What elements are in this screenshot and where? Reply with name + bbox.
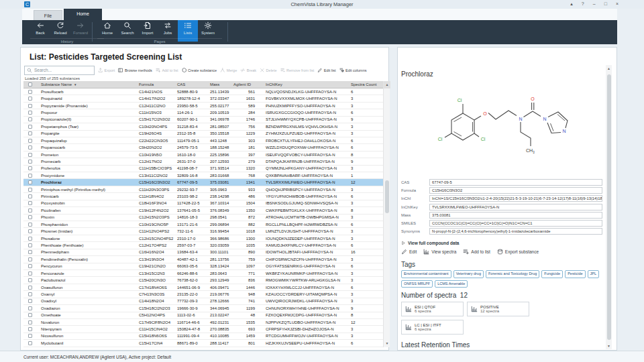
toolbar-button-delete[interactable]: Delete <box>260 68 276 73</box>
table-row[interactable]: Phenthoate (Fenthoate) C12H17O4PS2 2597-… <box>23 242 383 249</box>
search-input[interactable]: Search... <box>24 66 95 75</box>
scroll-down-arrow[interactable]: ▼ <box>384 340 390 347</box>
scroll-down-arrow[interactable]: ▼ <box>606 343 612 349</box>
toolbar-button-create[interactable]: Create substance <box>182 68 217 73</box>
table-row[interactable]: Picoxystrobin C18H16F3NO4 117428-22-5 36… <box>23 200 383 207</box>
table-row[interactable]: Penconazole C13H15Cl2N3 66246-88-6 283.0… <box>23 270 383 277</box>
nav-button-forward[interactable]: Forward <box>70 20 91 38</box>
toolbar-button-edit[interactable]: Edit list <box>317 68 335 73</box>
table-row[interactable]: Paclobutrazol C15H20ClN3O 76738-62-0 293… <box>23 277 383 284</box>
table-row[interactable]: Oxamyl C7H13N3O3S 23135-22-0 219.06776 9… <box>23 291 383 298</box>
row-checkbox[interactable] <box>28 117 32 121</box>
table-row[interactable]: Oxadiazon C15H18Cl2N2O3 19666-30-9 344.0… <box>23 305 383 312</box>
table-row[interactable]: Promecarb C12H17NO2 2631-37-0 207.12593 … <box>23 158 383 165</box>
table-row[interactable]: Propiconazole(II) C15H17Cl2N3O2 60207-90… <box>23 117 383 123</box>
tag-chip[interactable]: Forensic and Toxicology Drug <box>486 270 539 278</box>
column-header-substance-name[interactable]: Substance Name▼ <box>40 81 138 88</box>
row-checkbox[interactable] <box>28 166 32 170</box>
table-row[interactable]: Oxadixyl C14H18N2O4 77732-09-3 278.12666… <box>23 298 383 305</box>
row-checkbox[interactable] <box>28 237 32 241</box>
row-checkbox[interactable] <box>28 201 32 205</box>
row-checkbox[interactable] <box>28 125 32 129</box>
table-row[interactable]: Nicosulfuron C15H18N6O6S 111991-09-4 410… <box>23 333 383 340</box>
nav-button-search[interactable]: Search <box>117 20 138 38</box>
toolbar-button-merge[interactable]: Merge <box>220 68 237 73</box>
property-value-field[interactable]: TVLSRXXIMLFWEO-UHFFFAOYSA-N <box>429 204 602 210</box>
row-checkbox[interactable] <box>28 229 32 233</box>
tag-chip[interactable]: JPL <box>588 270 599 278</box>
window-control-button[interactable]: ? <box>582 1 584 7</box>
nav-button-home[interactable]: Home <box>97 20 117 38</box>
row-checkbox[interactable] <box>28 313 32 317</box>
row-checkbox[interactable] <box>28 250 32 254</box>
row-checkbox[interactable] <box>28 341 32 345</box>
row-checkbox[interactable] <box>28 153 32 157</box>
row-checkbox[interactable] <box>28 306 32 310</box>
row-checkbox[interactable] <box>28 208 32 213</box>
scrollbar-thumb[interactable] <box>385 180 389 213</box>
row-checkbox[interactable] <box>28 139 32 143</box>
toolbar-button-removelist[interactable]: Remove from list <box>280 68 315 73</box>
table-row[interactable]: Phenmedipham C16H16N2O4 13684-63-4 300.1… <box>23 249 383 256</box>
table-row[interactable]: Propargite C19H26O4S 2312-35-8 350.15518… <box>23 131 383 137</box>
row-checkbox[interactable] <box>28 104 32 108</box>
table-row[interactable]: Myclobutanil C15H17ClN4 88671-89-0 288.1… <box>23 340 383 347</box>
column-header-mass[interactable]: Mass <box>209 81 232 88</box>
table-row[interactable]: Propamocarb C9H20N2O2 24579-73-5 188.152… <box>23 144 383 151</box>
scroll-up-arrow[interactable]: ▲ <box>384 81 390 88</box>
row-checkbox[interactable] <box>28 223 32 227</box>
table-row[interactable]: Propaquizafop C22H22ClN3O5 111479-05-1 4… <box>23 137 383 144</box>
row-checkbox[interactable] <box>28 145 32 149</box>
row-checkbox[interactable] <box>28 292 32 296</box>
table-row[interactable]: Novaluron C17H9ClF8N2O4 116714-46-6 492.… <box>23 319 383 326</box>
nav-button-import[interactable]: Import <box>138 20 158 38</box>
row-checkbox[interactable] <box>28 194 32 198</box>
nav-button-back[interactable]: Back <box>30 20 50 38</box>
tag-chip[interactable]: LCMS Amenable <box>435 280 468 288</box>
table-row[interactable]: Nitenpyram C11H15ClN4O2 150824-47-8 270.… <box>23 326 383 333</box>
row-checkbox[interactable] <box>28 180 32 184</box>
row-checkbox[interactable] <box>28 188 32 192</box>
row-checkbox[interactable] <box>28 243 32 247</box>
table-row[interactable]: Proquinazid C14H17IN2O2 189278-12-4 372.… <box>23 95 383 102</box>
table-row[interactable]: Prometon C10H19N5O 1610-18-0 225.15896 3… <box>23 152 383 158</box>
row-checkbox[interactable] <box>28 272 32 276</box>
table-row[interactable]: Pencycuron C19H21ClN2O 66063-05-6 328.13… <box>23 263 383 270</box>
tab-home[interactable]: Home <box>64 9 102 20</box>
table-row[interactable]: Phosalone C12H15ClNO4PS2 2310-17-0 366.9… <box>23 235 383 242</box>
row-checkbox[interactable] <box>28 264 32 268</box>
row-checkbox[interactable] <box>28 174 32 178</box>
action-button-spectra[interactable]: View spectra <box>423 249 456 255</box>
row-checkbox[interactable] <box>28 278 32 282</box>
table-row[interactable]: Omethoate C5H12NO4PS 1113-02-6 213.02247… <box>23 312 383 319</box>
property-value-field[interactable]: N-propyl-N-[2-(2,4,6-trichlorophenoxy)et… <box>429 228 602 235</box>
row-checkbox[interactable] <box>28 286 32 290</box>
table-row[interactable]: Propyzamide (Pronamide) C12H11Cl2NO 2395… <box>23 103 383 109</box>
spectra-card[interactable]: LC | ESI | ITFT6 spectra <box>401 320 464 335</box>
table-row[interactable]: Picolinafen C19H12F4N2O2 137641-05-5 376… <box>23 207 383 214</box>
table-row[interactable]: Phoxim C12H15N2O3PS 14816-18-3 298.0541 … <box>23 215 383 221</box>
action-button-addlist[interactable]: Add to list <box>463 249 490 255</box>
window-control-button[interactable]: – <box>593 1 596 7</box>
toolbar-button-addlist[interactable]: Add to list <box>156 68 178 73</box>
row-checkbox[interactable] <box>28 90 32 94</box>
toolbar-button-editcols[interactable]: Edit columns <box>339 68 367 73</box>
table-row[interactable]: Oxasulfuron C17H18N4O6S 144651-06-9 406.… <box>23 284 383 291</box>
action-button-edit[interactable]: Edit <box>401 249 417 255</box>
tag-chip[interactable]: Environmental contaminant <box>401 270 451 278</box>
table-row[interactable]: Pirimicarb C11H18N4O2 23103-98-2 238.142… <box>23 193 383 200</box>
table-row[interactable]: Procymidone C13H11Cl2NO2 32809-16-8 283.… <box>23 172 383 179</box>
table-row[interactable]: Propetamphos (Tsar) C10H20NO4PS 31218-83… <box>23 123 383 130</box>
row-checkbox[interactable] <box>28 131 32 135</box>
tag-chip[interactable]: Veterinary drug <box>453 270 484 278</box>
row-checkbox[interactable] <box>28 111 32 115</box>
row-checkbox[interactable] <box>28 334 32 338</box>
table-row[interactable]: Profenofos C11H15BrClO3PS 41198-08-7 371… <box>23 166 383 172</box>
select-all-checkbox[interactable] <box>28 82 32 86</box>
row-checkbox[interactable] <box>28 257 32 261</box>
table-row[interactable]: Pendimethalin (Penoxalin) C13H19N3O4 404… <box>23 256 383 263</box>
table-row[interactable]: Pirimiphos-methyl (Pirimifos-methyl) C11… <box>23 186 383 193</box>
view-full-compound-link[interactable]: View full compound data <box>401 241 459 245</box>
spectra-card[interactable]: POSITIVE12 spectra <box>467 302 529 316</box>
table-row[interactable]: Phosmet (Imidan) C11H12NO4PS2 732-11-6 3… <box>23 228 383 235</box>
